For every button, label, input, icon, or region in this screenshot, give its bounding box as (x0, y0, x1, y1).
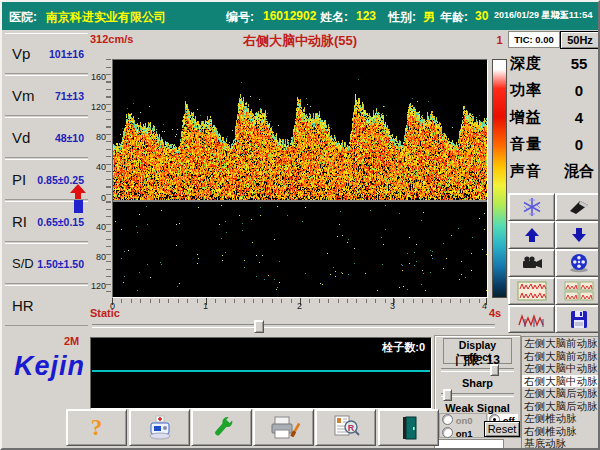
film-reel-icon (568, 253, 590, 273)
replay-button[interactable] (555, 249, 600, 277)
vp-value: 101±16 (49, 48, 84, 60)
sd-label: S/D (12, 256, 34, 271)
printer-icon (268, 414, 300, 442)
increase-button[interactable] (508, 221, 555, 249)
x-tick-3: 3 (390, 301, 395, 311)
x-tick-2: 2 (297, 301, 302, 311)
artery-item[interactable]: 右侧大脑中动脉 (522, 375, 599, 388)
review-slider-track[interactable] (92, 324, 495, 328)
gate-label: 门限: (455, 353, 483, 367)
exit-button[interactable] (378, 409, 439, 446)
freeze-button[interactable] (508, 193, 555, 221)
colorbar-top-label: 1 (492, 34, 507, 46)
vd-label: Vd (12, 129, 30, 146)
snowflake-icon (522, 197, 542, 217)
param-row-gain: 增益4 (510, 104, 600, 130)
gate-slider-track[interactable] (441, 368, 514, 372)
emboli-display-panel: 栓子数:0 (90, 337, 432, 409)
x-tick-1: 1 (203, 301, 208, 311)
static-mode-label: Static (90, 307, 120, 319)
patient-id-label: 编号: (226, 9, 254, 26)
measurement-cell-vm: Vm71±13 (5, 75, 88, 116)
baseline-marker-icon[interactable] (70, 184, 87, 215)
patient-info-bar: 医院: 南京科进实业有限公司 编号: 16012902 姓名: 123 性别: … (2, 2, 600, 30)
y-tick-40: 40 (86, 162, 106, 172)
artery-item[interactable]: 右侧大脑前动脉 (522, 350, 599, 363)
hospital-value: 南京科进实业有限公司 (46, 9, 166, 26)
y-tick-80: 80 (86, 132, 106, 142)
y-tick-n80: 80 (86, 252, 106, 262)
radio-on0-circle[interactable] (442, 414, 453, 425)
artery-item[interactable]: 右侧大脑后动脉 (522, 400, 599, 413)
pi-label: PI (12, 171, 26, 188)
patient-manage-button[interactable] (129, 409, 190, 446)
vd-value: 48±10 (55, 132, 84, 144)
tcd-application-window: 医院: 南京科进实业有限公司 编号: 16012902 姓名: 123 性别: … (0, 0, 600, 450)
artery-item[interactable]: 左侧椎动脉 (522, 412, 599, 425)
velocity-colorbar (492, 59, 507, 298)
artery-item[interactable]: 左侧大脑后动脉 (522, 387, 599, 400)
time-text: 23:11:54 (555, 9, 593, 20)
artery-listbox[interactable]: 左侧大脑前动脉 右侧大脑前动脉 左侧大脑中动脉 右侧大脑中动脉 左侧大脑后动脉 … (521, 336, 600, 450)
setup-button[interactable] (191, 409, 252, 446)
report-icon: R (331, 414, 361, 442)
print-button[interactable] (253, 409, 314, 446)
reset-button[interactable]: Reset (484, 421, 520, 437)
ri-label: RI (12, 213, 27, 230)
y-tick-160: 160 (86, 72, 106, 82)
measurement-cell-hr: HR (5, 285, 88, 326)
y-axis-ticks (106, 59, 111, 298)
ri-value: 0.65±0.15 (37, 216, 84, 228)
hospital-label: 医院: (9, 9, 37, 26)
sex-label: 性别: (388, 9, 416, 26)
report-button[interactable]: R (315, 409, 376, 446)
single-spectrum-button[interactable] (508, 277, 555, 305)
param-row-depth: 深度55 (510, 50, 600, 76)
tic-field: TIC: 0.00 (508, 31, 560, 48)
arrow-up-icon (523, 227, 541, 243)
save-button[interactable] (555, 305, 600, 333)
measurement-cell-vp: Vp101±16 (5, 33, 88, 74)
multi-spectrum-button[interactable] (555, 277, 600, 305)
age-value: 30 (475, 9, 488, 23)
status-field (434, 439, 504, 450)
record-button[interactable] (508, 249, 555, 277)
emboli-count-label: 栓子数:0 (382, 340, 425, 355)
probe-2m-label: 2M (64, 335, 79, 347)
hr-label: HR (12, 297, 34, 314)
sex-value: 男 (423, 9, 435, 26)
y-tick-0: 0 (86, 193, 106, 203)
sharp-slider-thumb[interactable] (443, 389, 452, 401)
x-tick-4: 4 (482, 301, 487, 311)
radio-on1[interactable]: on1 (440, 426, 486, 439)
artery-item[interactable]: 左侧大脑前动脉 (522, 337, 599, 350)
freq-filter-button[interactable]: 50Hz (560, 31, 600, 49)
radio-on0[interactable]: on0 (440, 414, 486, 426)
age-label: 年龄: (440, 9, 468, 26)
review-slider-thumb[interactable] (254, 320, 264, 333)
exit-door-icon (398, 415, 420, 441)
patient-name-value: 123 (356, 9, 376, 23)
sd-value: 1.50±1.50 (37, 258, 84, 270)
spectrogram-canvas (113, 60, 487, 297)
spectrum-analysis-button[interactable] (508, 305, 555, 333)
gate-slider-thumb[interactable] (490, 364, 499, 376)
arrow-down-icon (570, 227, 588, 243)
artery-item[interactable]: 基底动脉 (522, 437, 599, 450)
help-button[interactable]: ? (66, 409, 127, 446)
floppy-disk-icon (569, 310, 589, 329)
patient-device-icon (146, 415, 174, 441)
probe-icon (567, 198, 591, 216)
kejin-logo: Kejin (14, 351, 85, 382)
artery-item[interactable]: 左侧大脑中动脉 (522, 362, 599, 375)
patient-name-label: 姓名: (320, 9, 348, 26)
spectral-plot-area (112, 59, 488, 298)
svg-text:R: R (347, 422, 354, 432)
vm-value: 71±13 (55, 90, 84, 102)
probe-button[interactable] (555, 193, 600, 221)
artery-item[interactable]: 右侧椎动脉 (522, 425, 599, 438)
radio-on1-circle[interactable] (442, 427, 453, 438)
vp-label: Vp (12, 45, 30, 62)
decrease-button[interactable] (555, 221, 600, 249)
vm-label: Vm (12, 87, 35, 104)
